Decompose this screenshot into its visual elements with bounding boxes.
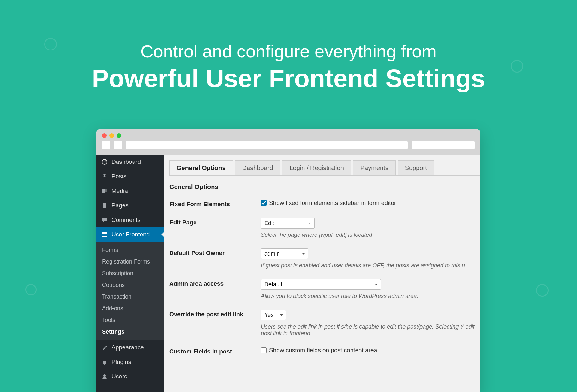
media-icon — [101, 188, 108, 194]
sidebar-item-media[interactable]: Media — [96, 184, 164, 198]
main-content: General Options Dashboard Login / Regist… — [164, 155, 480, 392]
search-field[interactable] — [412, 141, 475, 149]
window-minimize-icon[interactable] — [109, 133, 114, 138]
sidebar-item-label: Posts — [111, 173, 127, 180]
page-headline: Control and configure everything from Po… — [0, 0, 577, 93]
sidebar-sub-tools[interactable]: Tools — [96, 314, 164, 326]
tab-support[interactable]: Support — [398, 160, 434, 175]
field-fixed-form-elements: Fixed Form Elements Show fixed form elem… — [164, 194, 480, 213]
sidebar-item-label: User Frontend — [111, 231, 150, 238]
comment-icon — [101, 217, 108, 223]
window-maximize-icon[interactable] — [117, 133, 121, 138]
sidebar-item-label: Media — [111, 187, 128, 194]
field-label: Admin area access — [169, 279, 261, 287]
svg-point-7 — [103, 374, 106, 377]
sidebar-sub-subscription[interactable]: Subscription — [96, 268, 164, 279]
sidebar-sub-addons[interactable]: Add-ons — [96, 303, 164, 314]
checkbox-label[interactable]: Show fixed form elements sidebar in form… — [261, 199, 475, 206]
field-label: Default Post Owner — [169, 248, 261, 257]
svg-rect-4 — [103, 203, 106, 207]
sidebar-item-comments[interactable]: Comments — [96, 213, 164, 227]
sidebar-item-label: Comments — [111, 217, 141, 223]
custom-fields-checkbox[interactable] — [261, 347, 267, 353]
tab-general-options[interactable]: General Options — [169, 160, 233, 175]
field-label: Edit Page — [169, 218, 261, 226]
sidebar-sub-coupons[interactable]: Coupons — [96, 279, 164, 291]
field-label: Override the post edit link — [169, 310, 261, 318]
field-label: Fixed Form Elements — [169, 199, 261, 208]
sidebar-item-label: Plugins — [111, 359, 131, 365]
sidebar-item-posts[interactable]: Posts — [96, 169, 164, 184]
sidebar-sub-settings[interactable]: Settings — [96, 326, 164, 338]
admin-access-select[interactable]: Default — [261, 279, 381, 290]
settings-tabs: General Options Dashboard Login / Regist… — [169, 160, 480, 176]
sidebar-item-label: Pages — [111, 202, 129, 209]
brush-icon — [101, 344, 108, 351]
headline-subtitle: Control and configure everything from — [0, 41, 577, 62]
sidebar-item-user-frontend[interactable]: User Frontend — [96, 227, 164, 242]
default-owner-select[interactable]: admin — [261, 248, 308, 259]
override-edit-select[interactable]: Yes — [261, 310, 286, 320]
address-bar[interactable] — [126, 141, 408, 149]
sidebar-item-label: Appearance — [111, 344, 144, 351]
field-edit-page: Edit Page Edit Select the page where [wp… — [164, 213, 480, 243]
admin-sidebar: Dashboard Posts Media Pages Comments Use… — [96, 155, 164, 392]
field-custom-fields: Custom Fields in post Show custom fields… — [164, 342, 480, 360]
sidebar-item-appearance[interactable]: Appearance — [96, 340, 164, 355]
tab-payments[interactable]: Payments — [353, 160, 396, 175]
section-title: General Options — [164, 176, 480, 194]
help-text: If guest post is enabled and user detail… — [261, 262, 475, 269]
tab-dashboard[interactable]: Dashboard — [235, 160, 280, 175]
dashboard-icon — [101, 159, 108, 165]
field-label: Custom Fields in post — [169, 347, 261, 355]
sidebar-item-label: Users — [111, 373, 127, 380]
sidebar-item-dashboard[interactable]: Dashboard — [96, 155, 164, 169]
sidebar-sub-registration-forms[interactable]: Registration Forms — [96, 256, 164, 268]
browser-titlebar — [96, 129, 480, 155]
browser-window: Dashboard Posts Media Pages Comments Use… — [96, 129, 480, 392]
pages-icon — [101, 202, 108, 209]
sidebar-item-plugins[interactable]: Plugins — [96, 355, 164, 369]
sidebar-submenu: Forms Registration Forms Subscription Co… — [96, 242, 164, 340]
user-icon — [101, 373, 108, 380]
sidebar-item-label: Dashboard — [111, 158, 141, 165]
headline-title: Powerful User Frontend Settings — [0, 64, 577, 93]
help-text: Users see the edit link in post if s/he … — [261, 324, 475, 337]
window-close-icon[interactable] — [102, 133, 107, 138]
field-default-post-owner: Default Post Owner admin If guest post i… — [164, 243, 480, 274]
pin-icon — [101, 173, 108, 180]
field-override-edit-link: Override the post edit link Yes Users se… — [164, 305, 480, 342]
sidebar-item-pages[interactable]: Pages — [96, 198, 164, 213]
tab-login-registration[interactable]: Login / Registration — [282, 160, 351, 175]
help-text: Select the page where [wpuf_edit] is loc… — [261, 232, 475, 238]
sidebar-item-users[interactable]: Users — [96, 369, 164, 384]
fixed-form-checkbox[interactable] — [261, 200, 267, 206]
help-text: Allow you to block specific user role to… — [261, 293, 475, 300]
frontend-icon — [101, 231, 108, 238]
sidebar-sub-transaction[interactable]: Transaction — [96, 291, 164, 303]
nav-back-button[interactable] — [102, 141, 110, 149]
svg-rect-2 — [104, 189, 107, 192]
sidebar-sub-forms[interactable]: Forms — [96, 244, 164, 256]
plug-icon — [101, 359, 108, 365]
nav-forward-button[interactable] — [114, 141, 122, 149]
field-admin-area-access: Admin area access Default Allow you to b… — [164, 274, 480, 305]
edit-page-select[interactable]: Edit — [261, 218, 315, 229]
checkbox-label[interactable]: Show custom fields on post content area — [261, 347, 475, 354]
svg-rect-6 — [102, 233, 107, 234]
